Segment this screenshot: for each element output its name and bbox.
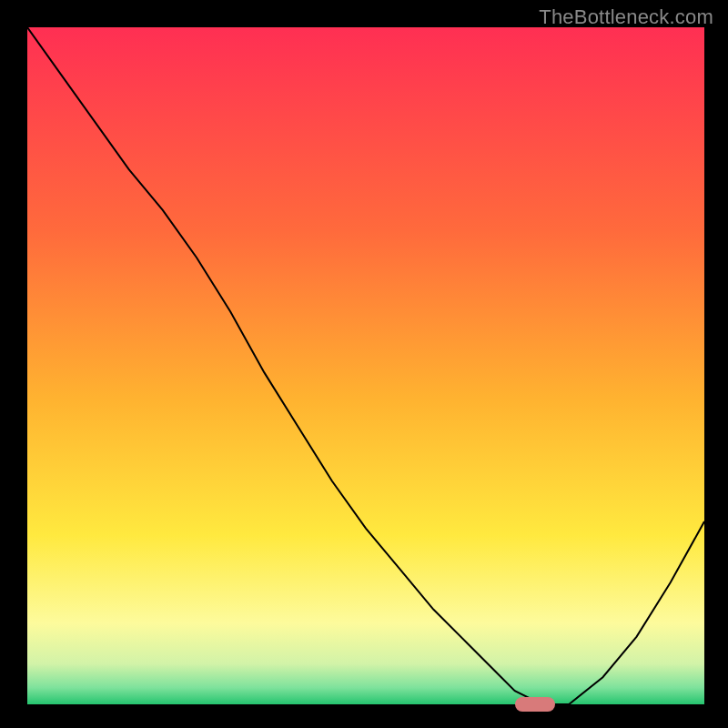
bottleneck-curve (27, 27, 704, 704)
plot-area (27, 27, 704, 704)
curve-svg (27, 27, 704, 704)
optimal-marker (515, 697, 556, 712)
watermark-label: TheBottleneck.com (539, 5, 713, 29)
